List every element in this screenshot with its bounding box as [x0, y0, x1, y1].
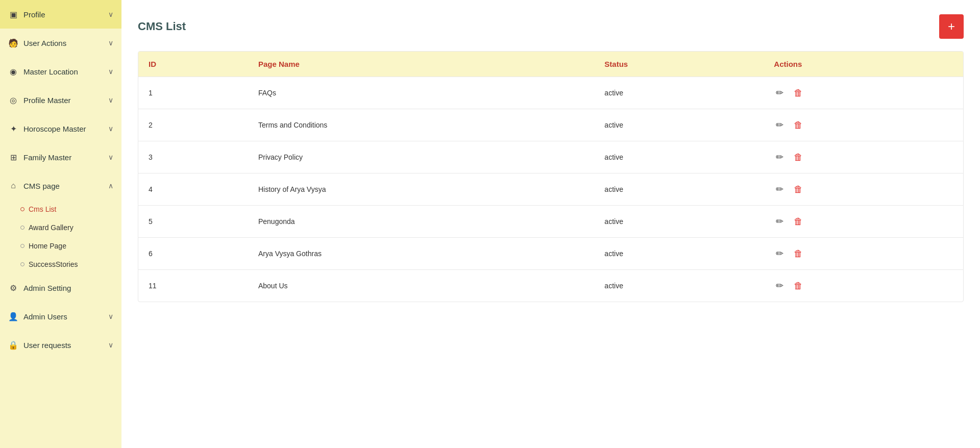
profile-icon: ▣	[8, 9, 18, 19]
table-header: IDPage NameStatusActions	[138, 52, 963, 77]
cell-actions: ✏🗑	[764, 109, 963, 141]
dot-cms-list	[20, 207, 24, 211]
submenu-item-success-stories[interactable]: SuccessStories	[20, 255, 121, 273]
sidebar: ▣Profile∨🧑User Actions∨◉Master Location∨…	[0, 0, 121, 448]
cell-page-name: Arya Vysya Gothras	[248, 238, 594, 270]
cell-page-name: Terms and Conditions	[248, 109, 594, 141]
submenu-item-cms-list[interactable]: Cms List	[20, 200, 121, 218]
admin-users-icon: 👤	[8, 311, 18, 321]
edit-button[interactable]: ✏	[774, 247, 786, 260]
cell-status: active	[594, 141, 764, 173]
cell-id: 1	[138, 77, 248, 109]
admin-setting-icon: ⚙	[8, 283, 18, 293]
chevron-icon-profile-master: ∨	[108, 96, 113, 104]
cms-table: IDPage NameStatusActions 1FAQsactive✏🗑2T…	[138, 52, 963, 302]
cell-status: active	[594, 206, 764, 238]
table-row: 3Privacy Policyactive✏🗑	[138, 141, 963, 173]
master-location-icon: ◉	[8, 66, 18, 77]
chevron-icon-admin-users: ∨	[108, 312, 113, 320]
add-button[interactable]: +	[939, 14, 964, 39]
dot-home-page	[20, 244, 24, 248]
sidebar-item-user-actions[interactable]: 🧑User Actions∨	[0, 29, 121, 57]
dot-success-stories	[20, 262, 24, 266]
sidebar-label-profile: Profile	[23, 10, 45, 19]
sidebar-item-horoscope-master[interactable]: ✦Horoscope Master∨	[0, 114, 121, 143]
table-row: 6Arya Vysya Gothrasactive✏🗑	[138, 238, 963, 270]
chevron-icon-user-actions: ∨	[108, 39, 113, 47]
cell-page-name: Penugonda	[248, 206, 594, 238]
sidebar-label-admin-users: Admin Users	[23, 312, 67, 321]
delete-button[interactable]: 🗑	[792, 87, 805, 99]
chevron-icon-user-requests: ∨	[108, 341, 113, 349]
cell-page-name: FAQs	[248, 77, 594, 109]
page-header: CMS List +	[138, 14, 964, 39]
dot-award-gallery	[20, 226, 24, 230]
cell-actions: ✏🗑	[764, 141, 963, 173]
edit-button[interactable]: ✏	[774, 86, 786, 99]
user-requests-icon: 🔒	[8, 340, 18, 350]
sidebar-item-user-requests[interactable]: 🔒User requests∨	[0, 331, 121, 359]
col-header-id: ID	[138, 52, 248, 77]
delete-button[interactable]: 🗑	[792, 247, 805, 260]
cell-id: 11	[138, 270, 248, 302]
profile-master-icon: ◎	[8, 95, 18, 105]
cell-status: active	[594, 173, 764, 206]
page-title: CMS List	[138, 20, 186, 33]
sidebar-item-cms-page[interactable]: ⌂CMS page∧	[0, 171, 121, 200]
cell-actions: ✏🗑	[764, 238, 963, 269]
sidebar-item-admin-setting[interactable]: ⚙Admin Setting	[0, 273, 121, 302]
delete-button[interactable]: 🗑	[792, 183, 805, 196]
cell-id: 3	[138, 141, 248, 173]
edit-button[interactable]: ✏	[774, 183, 786, 196]
chevron-icon-horoscope-master: ∨	[108, 125, 113, 133]
main-content: CMS List + IDPage NameStatusActions 1FAQ…	[121, 0, 980, 448]
sidebar-item-admin-users[interactable]: 👤Admin Users∨	[0, 302, 121, 331]
submenu-item-award-gallery[interactable]: Award Gallery	[20, 218, 121, 237]
submenu-item-home-page[interactable]: Home Page	[20, 237, 121, 255]
edit-button[interactable]: ✏	[774, 279, 786, 292]
cell-status: active	[594, 109, 764, 141]
sidebar-item-profile[interactable]: ▣Profile∨	[0, 0, 121, 29]
edit-button[interactable]: ✏	[774, 118, 786, 132]
sidebar-label-user-requests: User requests	[23, 341, 71, 350]
col-header-page-name: Page Name	[248, 52, 594, 77]
submenu-cms-page: Cms ListAward GalleryHome PageSuccessSto…	[0, 200, 121, 273]
edit-button[interactable]: ✏	[774, 215, 786, 228]
table-row: 4History of Arya Vysyaactive✏🗑	[138, 173, 963, 206]
sidebar-label-cms-page: CMS page	[23, 182, 60, 190]
cell-actions: ✏🗑	[764, 77, 963, 109]
delete-button[interactable]: 🗑	[792, 119, 805, 132]
cell-actions: ✏🗑	[764, 270, 963, 302]
submenu-label-home-page: Home Page	[29, 242, 66, 250]
table-row: 1FAQsactive✏🗑	[138, 77, 963, 109]
cell-page-name: History of Arya Vysya	[248, 173, 594, 206]
cell-status: active	[594, 270, 764, 302]
sidebar-item-master-location[interactable]: ◉Master Location∨	[0, 57, 121, 86]
chevron-icon-profile: ∨	[108, 10, 113, 18]
table-wrapper: IDPage NameStatusActions 1FAQsactive✏🗑2T…	[138, 51, 964, 302]
cell-actions: ✏🗑	[764, 206, 963, 237]
sidebar-label-horoscope-master: Horoscope Master	[23, 125, 86, 133]
sidebar-label-user-actions: User Actions	[23, 39, 66, 47]
delete-button[interactable]: 🗑	[792, 280, 805, 292]
submenu-label-success-stories: SuccessStories	[29, 260, 78, 268]
col-header-actions: Actions	[764, 52, 963, 77]
table-row: 2Terms and Conditionsactive✏🗑	[138, 109, 963, 141]
submenu-label-cms-list: Cms List	[29, 205, 56, 213]
delete-button[interactable]: 🗑	[792, 215, 805, 228]
table-body: 1FAQsactive✏🗑2Terms and Conditionsactive…	[138, 77, 963, 302]
sidebar-item-profile-master[interactable]: ◎Profile Master∨	[0, 86, 121, 114]
cell-id: 2	[138, 109, 248, 141]
cell-page-name: About Us	[248, 270, 594, 302]
cell-id: 6	[138, 238, 248, 270]
sidebar-label-admin-setting: Admin Setting	[23, 284, 71, 292]
cell-id: 5	[138, 206, 248, 238]
edit-button[interactable]: ✏	[774, 151, 786, 164]
table-row: 5Penugondaactive✏🗑	[138, 206, 963, 238]
delete-button[interactable]: 🗑	[792, 151, 805, 164]
cell-status: active	[594, 238, 764, 270]
sidebar-label-family-master: Family Master	[23, 153, 71, 162]
cell-status: active	[594, 77, 764, 109]
sidebar-label-profile-master: Profile Master	[23, 96, 71, 105]
sidebar-item-family-master[interactable]: ⊞Family Master∨	[0, 143, 121, 171]
